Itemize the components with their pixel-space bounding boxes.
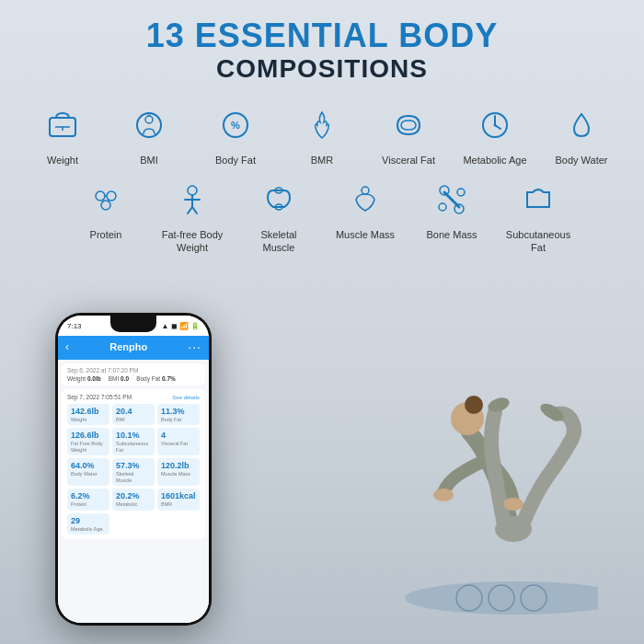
phone-notch (110, 316, 156, 332)
prev-record: Sep 6, 2022 at 7:07:20 PM Weight 0.0lb B… (62, 363, 205, 385)
main-content: 13 ESSENTIAL BODY COMPOSITIONS Weight % … (0, 0, 644, 263)
metric-cell-12: 29 Metabolic Age (67, 513, 109, 535)
bodywater-icon (558, 101, 605, 149)
svg-point-28 (433, 489, 454, 501)
metric-cell-6: 64.0% Body Water (67, 458, 109, 486)
phone-body: Sep 6, 2022 at 7:07:20 PM Weight 0.0lb B… (58, 360, 209, 623)
svg-text:%: % (147, 111, 152, 117)
more-button[interactable]: ··· (188, 339, 201, 354)
metric-val-0: 142.6lb (71, 407, 106, 417)
icon-item-skeletal: Skeletal Muscle (246, 176, 312, 255)
phone-screen: 7:13 ▲ ◼ 📶 🔋 ‹ Renpho ··· Sep 6, 2022 at… (58, 316, 209, 623)
skeletal-icon (255, 176, 303, 224)
metric-lbl-3: Fat Free Body Weight (71, 441, 106, 453)
headline-number: 13 ESSENTIAL BODY (146, 17, 498, 54)
bodyfat-icon: % (212, 101, 259, 149)
fatfreebody-icon (168, 176, 216, 224)
metric-lbl-8: Muscle Mass (161, 471, 196, 477)
svg-point-10 (101, 201, 110, 210)
metric-val-7: 57.3% (116, 461, 151, 471)
icon-item-bmr: BMR (289, 101, 355, 167)
icon-item-metabolicage: Metabolic Age (462, 101, 528, 167)
prev-metrics: Weight 0.0lb BMI 0.0 Body Fat 0.7% (67, 375, 200, 382)
protein-label: Protein (90, 228, 122, 241)
icon-item-bodyfat: % Body Fat (202, 101, 269, 167)
bmi-icon: % (125, 101, 173, 149)
icon-item-subcutaneous: Subcutaneous Fat (505, 176, 571, 255)
metric-cell-7: 57.3% Skeletal Muscle (112, 458, 155, 486)
visceralfat-label: Visceral Fat (382, 154, 435, 167)
icon-item-protein: Protein (73, 176, 139, 255)
metric-lbl-9: Protein (71, 501, 106, 508)
metric-val-4: 10.1% (116, 431, 151, 441)
musclemass-icon (341, 176, 389, 224)
metric-lbl-6: Body Water (71, 471, 106, 477)
svg-point-24 (465, 396, 483, 414)
prev-bodyfat: Body Fat 0.7% (136, 375, 176, 382)
svg-point-11 (188, 186, 197, 195)
app-title: Renpho (109, 341, 147, 352)
icon-item-musclemass: Muscle Mass (332, 176, 398, 255)
metric-val-8: 120.2lb (161, 461, 196, 471)
protein-icon (82, 176, 130, 224)
record-header: Sep 7, 2022 7:05:51 PM See details (67, 394, 200, 400)
metric-cell-0: 142.6lb Weight (67, 404, 109, 425)
bonemass-icon (428, 176, 476, 224)
headline-sub: COMPOSITIONS (146, 54, 498, 84)
metric-cell-8: 120.2lb Muscle Mass (157, 458, 200, 486)
metric-lbl-4: Subcutaneous Fat (116, 441, 151, 453)
bodyfat-label: Body Fat (215, 154, 256, 167)
metric-cell-2: 11.3% Body Fat (157, 404, 200, 425)
icon-item-bodywater: Body Water (548, 101, 615, 167)
metric-cell-10: 20.2% Metabolic (112, 489, 155, 510)
icon-item-visceralfat: Visceral Fat (375, 101, 442, 167)
subcutaneous-label: Subcutaneous Fat (505, 228, 571, 255)
svg-point-18 (457, 189, 465, 196)
phone-time: 7:13 (67, 322, 82, 330)
phone-header: ‹ Renpho ··· (58, 336, 209, 360)
metric-cell-5: 4 Visceral Fat (157, 428, 200, 455)
icons-row-2: Protein Fat-free Body Weight Skeletal Mu… (73, 176, 571, 255)
icon-item-bonemass: Bone Mass (419, 176, 485, 255)
metric-lbl-0: Weight (71, 417, 106, 423)
metrics-grid: 142.6lb Weight 20.4 BMI 11.3% Body Fat 1… (67, 404, 200, 535)
svg-text:%: % (231, 120, 240, 131)
weight-label: Weight (47, 154, 78, 167)
icon-item-bmi: % BMI (116, 101, 182, 167)
back-button[interactable]: ‹ (65, 340, 69, 353)
metric-val-9: 6.2% (71, 491, 106, 501)
metric-cell-1: 20.4 BMI (112, 404, 155, 425)
metric-lbl-2: Body Fat (161, 417, 196, 423)
icons-row-1: Weight % BMI % Body Fat BMR (29, 101, 615, 167)
metric-val-3: 126.6lb (71, 431, 106, 441)
bonemass-label: Bone Mass (426, 228, 477, 241)
metric-val-10: 20.2% (116, 491, 151, 501)
metric-cell-9: 6.2% Protein (67, 489, 109, 510)
visceralfat-icon (385, 101, 432, 149)
metric-lbl-12: Metabolic Age (71, 526, 106, 533)
metric-cell-11: 1601kcal BMR (157, 489, 200, 510)
subcutaneous-icon (514, 176, 562, 224)
prev-bmi: BMI 0.0 (109, 375, 129, 382)
svg-point-2 (145, 116, 153, 123)
svg-point-29 (503, 498, 523, 511)
curr-date: Sep 7, 2022 7:05:51 PM (67, 394, 132, 400)
svg-point-8 (96, 191, 105, 201)
metric-lbl-11: BMR (161, 501, 196, 508)
bmr-label: BMR (311, 154, 333, 167)
skeletal-label: Skeletal Muscle (246, 228, 312, 255)
metric-cell-3: 126.6lb Fat Free Body Weight (67, 428, 109, 455)
metric-lbl-7: Skeletal Muscle (116, 471, 151, 483)
bmi-label: BMI (140, 154, 158, 167)
metric-lbl-10: Metabolic (116, 501, 151, 508)
bottom-section: 7:13 ▲ ◼ 📶 🔋 ‹ Renpho ··· Sep 6, 2022 at… (0, 294, 644, 644)
svg-point-9 (107, 191, 116, 201)
metric-lbl-1: BMI (116, 417, 151, 423)
musclemass-label: Muscle Mass (336, 228, 395, 241)
prev-weight: Weight 0.0lb (67, 375, 101, 382)
metabolicage-label: Metabolic Age (463, 154, 526, 167)
metric-val-2: 11.3% (161, 407, 196, 417)
see-details-link[interactable]: See details (172, 395, 200, 400)
prev-date: Sep 6, 2022 at 7:07:20 PM (67, 367, 200, 374)
current-record: Sep 7, 2022 7:05:51 PM See details 142.6… (62, 389, 205, 539)
